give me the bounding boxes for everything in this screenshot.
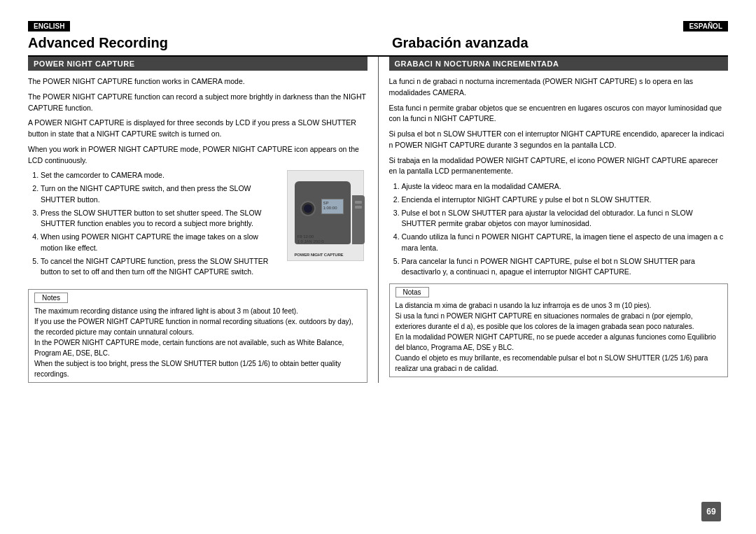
right-notes-1: La distancia m xima de grabaci n usando … [396,300,722,311]
right-step-4: Cuando utiliza la funci n POWER NIGHT CA… [402,232,729,254]
cam-screen-line2: 1:00:00 [323,206,342,211]
cam-lens-inner [304,204,312,213]
left-notes-1: The maximum recording distance using the… [34,306,361,316]
left-section-header: POWER NIGHT CAPTURE [28,57,368,71]
header-row: ENGLISH Advanced Recording ESPAÑOL Graba… [28,21,728,51]
cam-info-overlay: F8 12:00 1 0 JAN 200 0 [298,234,324,246]
right-intro-2: Esta funci n permite grabar objetos que … [389,103,729,125]
right-title: Grabación avanzada [392,34,728,51]
right-steps-list: Ajuste la videoc mara en la modalidad CA… [389,181,729,278]
left-notes-box: Notes The maximum recording distance usi… [28,289,368,383]
left-steps-list: Set the camcorder to CAMERA mode. Turn o… [28,170,276,278]
left-intro-1: The POWER NIGHT CAPTURE function works i… [28,76,368,87]
page-number: 69 [701,502,721,521]
cam-btn-1 [355,201,362,204]
right-header: ESPAÑOL Grabación avanzada [378,21,728,51]
main-content: POWER NIGHT CAPTURE The POWER NIGHT CAPT… [28,55,728,383]
left-intro-2: The POWER NIGHT CAPTURE function can rec… [28,92,368,114]
left-step-4: When using POWER NIGHT CAPTURE the image… [41,232,276,254]
cam-lens [300,201,316,216]
left-title: Advanced Recording [28,34,364,51]
cam-side [352,195,365,244]
cam-screen-text: SP 1:00:00 [322,199,343,212]
left-intro-4: When you work in POWER NIGHT CAPTURE mod… [28,144,368,167]
left-notes-3: In the POWER NIGHT CAPTURE mode, certain… [34,337,361,358]
right-notes-2: Si usa la funci n POWER NIGHT CAPTURE en… [396,311,722,332]
cam-label: POWER NIGHT CAPTURE [295,253,344,257]
espanol-badge: ESPAÑOL [683,21,728,31]
left-step-3: Press the SLOW SHUTTER button to set shu… [41,208,276,230]
left-notes-label: Notes [34,293,68,303]
english-badge: ENGLISH [28,21,70,31]
cam-info-line2: 1 0 JAN 200 0 [298,239,324,245]
camcorder-image-area: SP 1:00:00 [284,170,368,283]
right-section-header: GRABACI N NOCTURNA INCREMENTADA [389,57,729,71]
right-step-5: Para cancelar la funci n POWER NIGHT CAP… [402,256,729,279]
right-notes-box: Notas La distancia m xima de grabaci n u… [389,283,729,377]
right-notes-label: Notas [396,287,429,297]
left-intro-3: A POWER NIGHT CAPTURE is displayed for t… [28,118,368,140]
left-steps-area: Set the camcorder to CAMERA mode. Turn o… [28,170,276,283]
left-step-2: Turn on the NIGHT CAPTURE switch, and th… [41,183,276,206]
left-column: POWER NIGHT CAPTURE The POWER NIGHT CAPT… [28,57,379,383]
right-intro-4: Si trabaja en la modalidad POWER NIGHT C… [389,155,729,178]
left-step-1: Set the camcorder to CAMERA mode. [41,170,276,181]
camcorder-illustration: SP 1:00:00 [287,170,364,261]
cam-screen: SP 1:00:00 [321,199,344,214]
right-intro-1: La funci n de grabaci n nocturna increme… [389,76,729,99]
right-step-3: Pulse el bot n SLOW SHUTTER para ajustar… [402,208,729,230]
left-header: ENGLISH Advanced Recording [28,21,378,51]
right-notes-3: En la modalidad POWER NIGHT CAPTURE, no … [396,332,722,353]
right-step-2: Encienda el interruptor NIGHT CAPTURE y … [402,195,729,206]
left-two-col: Set the camcorder to CAMERA mode. Turn o… [28,170,368,283]
right-notes-4: Cuando el objeto es muy brillante, es re… [396,353,722,374]
cam-screen-line1: SP [323,201,342,206]
left-step-5: To cancel the NIGHT CAPTURE function, pr… [41,256,276,279]
right-intro-3: Si pulsa el bot n SLOW SHUTTER con el in… [389,129,729,151]
left-notes-4: When the subject is too bright, press th… [34,358,361,379]
cam-btn-2 [355,206,362,209]
cam-buttons [352,201,365,209]
cam-info-line1: F8 12:00 [298,234,324,240]
left-notes-2: If you use the POWER NIGHT CAPTURE funct… [34,316,361,337]
right-step-1: Ajuste la videoc mara en la modalidad CA… [402,181,729,192]
page-container: ENGLISH Advanced Recording ESPAÑOL Graba… [0,0,756,534]
right-column: GRABACI N NOCTURNA INCREMENTADA La funci… [379,57,729,383]
